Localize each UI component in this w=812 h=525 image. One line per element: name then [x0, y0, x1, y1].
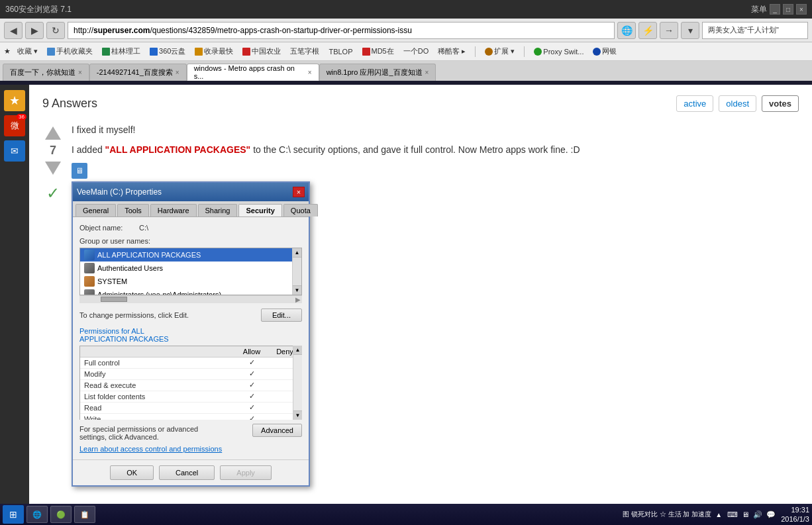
- sort-oldest[interactable]: oldest: [719, 95, 756, 112]
- dialog-app-icon: 🖥: [72, 163, 87, 179]
- bookmark-extend[interactable]: 扩展 ▾: [482, 45, 517, 58]
- nav-icon-3[interactable]: →: [660, 22, 678, 39]
- scroll-thumb-h[interactable]: [101, 297, 127, 302]
- perm-for-name2: APPLICATION PACKAGES: [79, 335, 169, 343]
- tab-win81[interactable]: win8.1pro 应用闪退_百度知道 ×: [319, 64, 436, 81]
- nav-bar: ◀ ▶ ↻ http://superuser.com/questions/432…: [0, 19, 812, 42]
- sort-votes[interactable]: votes: [762, 95, 799, 112]
- clock[interactable]: 19:31 2016/1/3: [781, 505, 809, 524]
- perm-row-3: List folder contents ✓: [80, 391, 301, 403]
- taskbar-icon-0: 🌐: [32, 510, 42, 519]
- special-perm-text: For special permissions or advanced sett…: [79, 425, 225, 441]
- sidebar-weibo[interactable]: 微 36: [4, 115, 25, 136]
- search-box[interactable]: 两美女入选"千人计划": [702, 22, 808, 39]
- left-sidebar: ★ 微 36 ✉: [0, 85, 29, 504]
- dlg-tab-tools[interactable]: Tools: [117, 204, 149, 216]
- vote-down-btn[interactable]: [42, 160, 64, 176]
- bookmark-proxy[interactable]: Proxy Swit...: [531, 46, 586, 57]
- apply-btn[interactable]: Apply: [220, 465, 272, 480]
- perm-scrollbar[interactable]: ▲ ▼: [293, 346, 302, 420]
- close-browser-btn[interactable]: ×: [796, 4, 807, 15]
- ok-btn[interactable]: OK: [110, 465, 154, 480]
- perm-allow-1: ✓: [235, 369, 268, 378]
- taskbar-item-0[interactable]: 🌐: [26, 506, 48, 523]
- bookmark-do[interactable]: 一个DO: [401, 45, 432, 58]
- edit-btn[interactable]: Edit...: [261, 309, 302, 322]
- bookmark-china[interactable]: 中国农业: [240, 45, 283, 58]
- taskbar-icon-2: 📋: [80, 510, 89, 519]
- minimize-btn[interactable]: _: [770, 4, 780, 15]
- start-icon: ⊞: [9, 509, 17, 520]
- tab-windows[interactable]: windows - Metro apps crash on s... ×: [187, 64, 319, 81]
- vote-up-btn[interactable]: [42, 125, 64, 141]
- bookmark-collect[interactable]: 收录最快: [192, 45, 236, 58]
- group-icon-1: [84, 263, 95, 273]
- group-item-1[interactable]: Authenticated Users: [80, 262, 301, 275]
- scroll-down-btn[interactable]: ▼: [293, 285, 301, 295]
- bookmark-mobile[interactable]: 手机收藏夹: [44, 45, 95, 58]
- tab-search[interactable]: -2144927141_百度搜索 ×: [89, 64, 187, 81]
- group-icon-3: [84, 289, 95, 295]
- nav-dropdown[interactable]: ▾: [681, 22, 699, 39]
- perm-name-3: List folder contents: [80, 391, 235, 402]
- maximize-btn[interactable]: □: [783, 4, 793, 15]
- tab-close-baidu[interactable]: ×: [78, 69, 82, 76]
- bookmarks-bar: ★ 收藏 ▾ 手机收藏夹 桂林理工 360云盘 收录最快 中国农业 五笔字根 T…: [0, 42, 812, 61]
- tab-baidu[interactable]: 百度一下，你就知道 ×: [3, 64, 89, 81]
- tab-close-win81[interactable]: ×: [425, 69, 429, 76]
- bookmark-xiku[interactable]: 稀酷客 ▸: [435, 45, 468, 58]
- back-btn[interactable]: ◀: [4, 22, 23, 39]
- dlg-tab-sharing[interactable]: Sharing: [198, 204, 238, 216]
- bookmark-bank[interactable]: 网银: [590, 45, 619, 58]
- group-list-scrollbar[interactable]: ▲ ▼: [292, 248, 301, 295]
- cancel-btn[interactable]: Cancel: [159, 465, 215, 480]
- bookmark-guilin[interactable]: 桂林理工: [99, 45, 143, 58]
- sidebar-mail[interactable]: ✉: [4, 140, 25, 162]
- dialog-footer: OK Cancel Apply: [73, 459, 309, 485]
- group-name-1: Authenticated Users: [97, 264, 163, 272]
- bookmark-tblop[interactable]: TBLOP: [326, 46, 355, 57]
- vote-section: 7 ✓: [42, 122, 64, 487]
- bookmark-favorites[interactable]: 收藏 ▾: [15, 45, 40, 58]
- forward-btn[interactable]: ▶: [25, 22, 44, 39]
- tab-close-windows[interactable]: ×: [308, 69, 312, 76]
- group-list[interactable]: ▲ ▼ ALL APPLICATION PACKAGES: [79, 248, 302, 295]
- address-pre: http://: [74, 26, 93, 35]
- group-item-0[interactable]: ALL APPLICATION PACKAGES: [80, 248, 301, 262]
- bookmark-wubi[interactable]: 五笔字根: [287, 45, 322, 58]
- address-post: /questions/432859/metro-apps-crash-on-st…: [150, 26, 412, 35]
- taskbar-item-2[interactable]: 📋: [74, 506, 95, 523]
- dialog-close-btn[interactable]: ×: [293, 187, 305, 197]
- nav-icon-1[interactable]: 🌐: [617, 22, 636, 39]
- refresh-btn[interactable]: ↻: [46, 22, 65, 39]
- group-item-3[interactable]: Administrators (yee-pc\Administrators): [80, 288, 301, 295]
- nav-icon-2[interactable]: ⚡: [638, 22, 657, 39]
- perm-row-2: Read & execute ✓: [80, 380, 301, 391]
- bookmark-md5[interactable]: MD5在: [360, 45, 397, 58]
- tray-icons: 图 锁死对比 ☆ 生活 加 加速度 ▲: [623, 510, 722, 519]
- sidebar-favorites[interactable]: ★: [4, 90, 25, 111]
- perm-scroll-down[interactable]: ▼: [293, 410, 302, 420]
- address-bar[interactable]: http://superuser.com/questions/432859/me…: [68, 22, 615, 39]
- learn-link[interactable]: Learn about access control and permissio…: [79, 445, 302, 453]
- scroll-up-btn[interactable]: ▲: [293, 248, 301, 258]
- taskbar-item-1[interactable]: 🟢: [50, 506, 72, 523]
- dlg-tab-hardware[interactable]: Hardware: [150, 204, 197, 216]
- dlg-tab-general[interactable]: General: [76, 204, 116, 216]
- tab-close-search[interactable]: ×: [176, 69, 179, 76]
- perm-scroll-up[interactable]: ▲: [293, 346, 302, 355]
- group-list-scrollbar-h[interactable]: ▶: [79, 295, 302, 303]
- bookmark-360[interactable]: 360云盘: [147, 45, 188, 58]
- start-button[interactable]: ⊞: [3, 505, 24, 524]
- dlg-tab-quota[interactable]: Quota: [283, 204, 318, 216]
- group-item-2[interactable]: SYSTEM: [80, 275, 301, 288]
- dlg-tab-security[interactable]: Security: [238, 204, 281, 216]
- tray-volume-icon: 🔊: [753, 510, 762, 519]
- sort-active[interactable]: active: [676, 95, 713, 112]
- sort-tabs: active oldest votes: [676, 95, 799, 112]
- object-name-value: C:\: [139, 224, 148, 232]
- group-name-0: ALL APPLICATION PACKAGES: [97, 251, 201, 259]
- advanced-btn[interactable]: Advanced: [252, 424, 302, 437]
- tray-expand[interactable]: ▲: [715, 511, 722, 518]
- perm-allow-4: ✓: [235, 403, 268, 412]
